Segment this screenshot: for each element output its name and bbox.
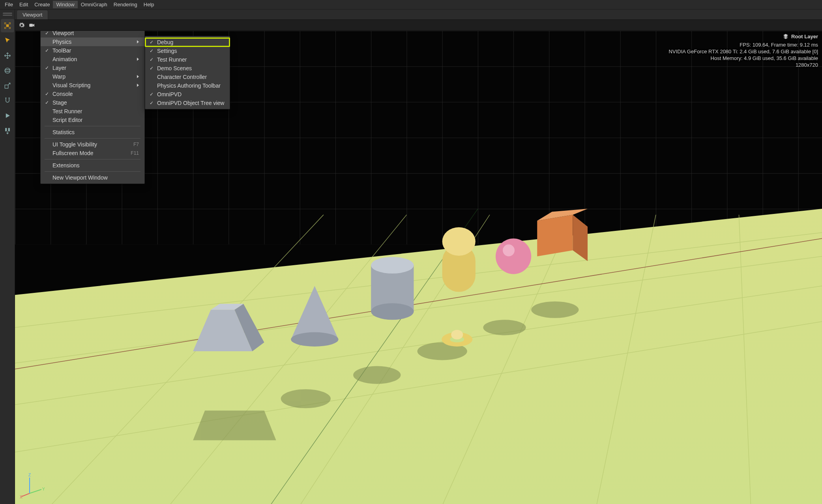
svg-marker-46	[211, 304, 243, 310]
svg-line-24	[15, 238, 822, 369]
menu-item-label: Visual Scripting	[52, 82, 134, 88]
menu-item-label: ToolBar	[52, 47, 139, 54]
svg-point-28	[417, 342, 467, 360]
window-menu-item-fullscreen-mode[interactable]: Fullscreen ModeF11	[41, 149, 144, 157]
physics-submenu-item-settings[interactable]: ✓Settings	[145, 47, 230, 55]
move-tool[interactable]	[1, 49, 14, 62]
select-tool[interactable]	[1, 34, 14, 47]
svg-text:Y: Y	[42, 487, 45, 491]
menu-item-label: New Viewport Window	[52, 174, 139, 181]
root-layer-button[interactable]: Root Layer	[669, 33, 818, 39]
prim-select-tool[interactable]	[1, 19, 14, 32]
menu-item-label: Stage	[52, 99, 139, 106]
camera-icon[interactable]	[28, 22, 36, 29]
physics-submenu-item-physics-authoring-toolbar[interactable]: Physics Authoring Toolbar	[145, 81, 230, 90]
svg-point-48	[450, 336, 464, 342]
window-dropdown[interactable]: ✓Content✓Property✓ViewportPhysics✓ToolBa…	[40, 31, 145, 184]
physics-submenu-item-character-controller[interactable]: Character Controller	[145, 73, 230, 81]
hud-fps: FPS: 109.64, Frame time: 9.12 ms	[669, 42, 818, 48]
window-menu-item-viewport[interactable]: ✓Viewport	[41, 31, 144, 37]
menu-separator	[45, 138, 140, 139]
menu-window[interactable]: Window	[53, 1, 77, 8]
window-menu-item-ui-toggle-visibility[interactable]: UI Toggle VisibilityF7	[41, 140, 144, 149]
play-tool[interactable]	[1, 109, 14, 122]
menu-item-label: Script Editor	[52, 117, 139, 123]
physics-submenu-item-test-runner[interactable]: ✓Test Runner	[145, 55, 230, 64]
svg-text:Z: Z	[28, 473, 31, 477]
svg-point-47	[442, 332, 472, 347]
svg-line-25	[270, 209, 478, 504]
svg-line-15	[15, 256, 822, 363]
window-menu-item-stage[interactable]: ✓Stage	[41, 98, 144, 107]
viewport-canvas[interactable]: Root Layer FPS: 109.64, Frame time: 9.12…	[15, 31, 822, 504]
chevron-right-icon	[137, 40, 139, 43]
svg-marker-31	[193, 410, 276, 440]
menu-help[interactable]: Help	[140, 1, 157, 8]
check-icon	[44, 56, 50, 62]
physics-submenu-item-debug[interactable]: ✓Debug	[145, 38, 230, 47]
window-menu-item-physics[interactable]: Physics	[41, 37, 144, 46]
check-icon	[44, 73, 50, 80]
menubar[interactable]: File Edit Create Window OmniGraph Render…	[0, 0, 822, 9]
window-menu-item-animation[interactable]: Animation	[41, 55, 144, 64]
toolbar-grip[interactable]	[3, 15, 12, 16]
svg-point-40	[371, 257, 414, 274]
physics-submenu-item-omnipvd[interactable]: ✓OmniPVD	[145, 90, 230, 99]
menu-item-label: Physics	[52, 39, 134, 45]
check-icon: ✓	[44, 65, 50, 71]
menu-omnigraph[interactable]: OmniGraph	[78, 1, 110, 8]
rotate-tool[interactable]	[1, 64, 14, 77]
menu-rendering[interactable]: Rendering	[110, 1, 140, 8]
svg-point-5	[5, 68, 10, 73]
check-icon	[44, 39, 50, 45]
menu-item-label: Test Runner	[52, 108, 139, 114]
viewport-hud: Root Layer FPS: 109.64, Frame time: 9.12…	[669, 33, 818, 69]
window-menu-item-layer[interactable]: ✓Layer	[41, 64, 144, 72]
menu-item-label: Settings	[157, 48, 224, 54]
svg-line-51	[30, 489, 41, 493]
gear-icon[interactable]	[18, 22, 25, 29]
svg-point-27	[483, 320, 526, 335]
window-menu-item-new-viewport-window[interactable]: New Viewport Window	[41, 173, 144, 182]
window-menu-item-toolbar[interactable]: ✓ToolBar	[41, 46, 144, 55]
physics-play-tool[interactable]	[1, 124, 14, 137]
svg-point-26	[531, 302, 579, 318]
physics-submenu[interactable]: ✓Debug✓Settings✓Test Runner✓Demo ScenesC…	[145, 36, 230, 109]
check-icon: ✓	[148, 91, 155, 97]
menu-separator	[45, 159, 140, 159]
window-menu-item-console[interactable]: ✓Console	[41, 90, 144, 98]
check-icon	[44, 150, 50, 156]
window-menu-item-test-runner[interactable]: Test Runner	[41, 107, 144, 116]
window-menu-item-warp[interactable]: Warp	[41, 72, 144, 81]
menu-item-label: OmniPVD	[157, 91, 224, 97]
tab-row: Viewport	[15, 9, 822, 20]
window-menu-item-statistics[interactable]: Statistics	[41, 128, 144, 137]
toolbar-grip[interactable]	[3, 13, 12, 14]
menu-file[interactable]: File	[2, 1, 16, 8]
window-menu-item-script-editor[interactable]: Script Editor	[41, 116, 144, 124]
check-icon	[44, 174, 50, 181]
axis-gizmo[interactable]: Z Y X	[20, 472, 47, 499]
physics-submenu-item-demo-scenes[interactable]: ✓Demo Scenes	[145, 64, 230, 73]
menu-item-label: Character Controller	[157, 74, 224, 80]
menu-edit[interactable]: Edit	[16, 1, 31, 8]
scale-tool[interactable]	[1, 79, 14, 92]
snap-tool[interactable]	[1, 94, 14, 107]
menu-create[interactable]: Create	[31, 1, 53, 8]
menu-item-label: OmniPVD Object Tree view	[157, 100, 224, 106]
svg-rect-1	[9, 23, 10, 24]
menu-item-shortcut: F7	[133, 142, 139, 147]
svg-point-30	[281, 389, 331, 408]
hud-host-mem: Host Memory: 4.9 GiB used, 35.6 GiB avai…	[669, 55, 818, 61]
chevron-right-icon	[137, 58, 139, 61]
window-menu-item-visual-scripting[interactable]: Visual Scripting	[41, 81, 144, 90]
svg-marker-44	[193, 310, 252, 351]
tab-viewport[interactable]: Viewport	[17, 10, 48, 19]
physics-submenu-item-omnipvd-object-tree-view[interactable]: ✓OmniPVD Object Tree view	[145, 99, 230, 107]
svg-point-49	[451, 330, 463, 339]
svg-marker-13	[15, 209, 822, 504]
svg-text:X: X	[20, 495, 22, 499]
svg-line-19	[169, 215, 406, 504]
menu-item-label: Console	[52, 91, 139, 97]
window-menu-item-extensions[interactable]: Extensions	[41, 161, 144, 170]
